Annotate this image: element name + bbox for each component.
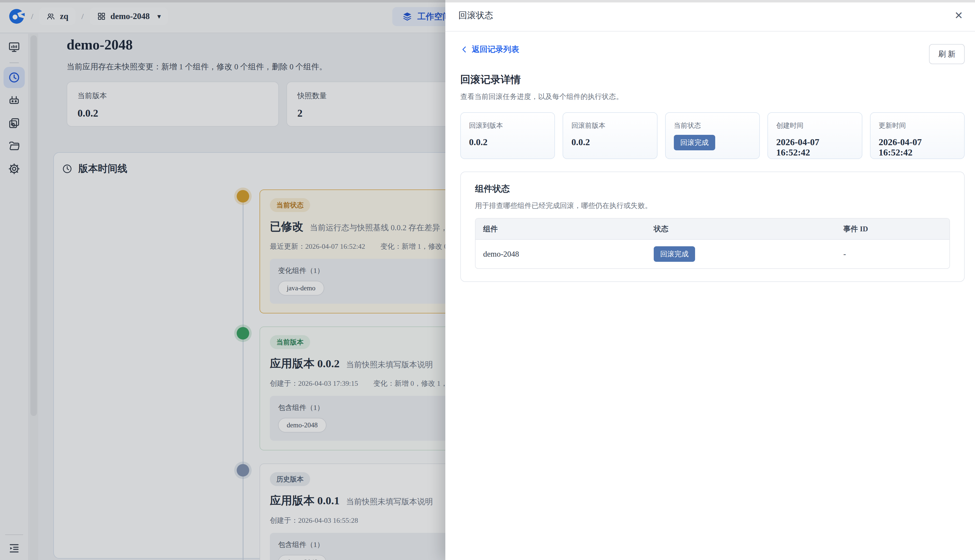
table-header-status: 状态 (646, 218, 836, 239)
chevron-left-icon (460, 45, 469, 53)
rollback-status-drawer: 回滚状态 ✕ 返回记录列表 刷 新 回滚记录详情 查看当前回滚任务进度，以及每个… (445, 0, 975, 560)
stat-card-created-time: 创建时间 2026-04-07 16:52:42 (768, 112, 862, 159)
rollback-complete-badge: 回滚完成 (674, 135, 715, 150)
drawer-title: 回滚状态 (458, 10, 493, 22)
stat-card-updated-time: 更新时间 2026-04-07 16:52:42 (870, 112, 965, 159)
stat-value: 2026-04-07 16:52:42 (879, 137, 956, 158)
stat-value: 0.0.2 (469, 137, 546, 147)
table-header-component: 组件 (476, 218, 646, 239)
table-cell-event-id: - (836, 243, 950, 265)
drawer-subheading: 查看当前回滚任务进度，以及每个组件的执行状态。 (460, 92, 965, 102)
drawer-heading: 回滚记录详情 (460, 73, 965, 87)
table-header-event-id: 事件 ID (836, 218, 950, 239)
drawer-header: 回滚状态 ✕ (445, 0, 975, 32)
stat-card-rollback-to-version: 回滚到版本 0.0.2 (460, 112, 555, 159)
stat-card-current-status: 当前状态 回滚完成 (665, 112, 760, 159)
screen-top-edge (0, 0, 975, 2)
table-row[interactable]: demo-2048 回滚完成 - (476, 240, 950, 268)
stat-card-version-before-rollback: 回滚前版本 0.0.2 (563, 112, 657, 159)
rollback-stats-row: 回滚到版本 0.0.2 回滚前版本 0.0.2 当前状态 回滚完成 创建时间 2… (460, 112, 965, 159)
table-cell-status: 回滚完成 (646, 240, 836, 268)
stat-label: 更新时间 (879, 121, 956, 130)
table-cell-component: demo-2048 (476, 243, 646, 265)
rollback-complete-badge: 回滚完成 (654, 246, 695, 262)
refresh-button[interactable]: 刷 新 (929, 44, 965, 64)
back-to-records-link[interactable]: 返回记录列表 (460, 44, 519, 55)
component-status-title: 组件状态 (475, 183, 950, 195)
stat-value: 0.0.2 (571, 137, 649, 147)
component-status-panel: 组件状态 用于排查哪些组件已经完成回滚，哪些仍在执行或失败。 组件 状态 事件 … (460, 172, 965, 282)
table-header-row: 组件 状态 事件 ID (476, 218, 950, 240)
component-status-subtitle: 用于排查哪些组件已经完成回滚，哪些仍在执行或失败。 (475, 201, 950, 210)
stat-label: 回滚到版本 (469, 121, 546, 130)
stat-label: 回滚前版本 (571, 121, 649, 130)
close-icon[interactable]: ✕ (954, 10, 963, 21)
component-status-table: 组件 状态 事件 ID demo-2048 回滚完成 - (475, 218, 950, 269)
stat-value: 2026-04-07 16:52:42 (776, 137, 853, 158)
stat-label: 创建时间 (776, 121, 853, 130)
stat-label: 当前状态 (674, 121, 751, 130)
back-link-label: 返回记录列表 (472, 44, 519, 55)
